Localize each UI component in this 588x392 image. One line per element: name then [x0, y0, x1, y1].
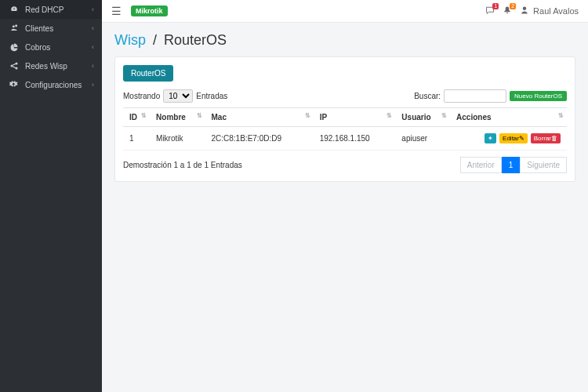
- sidebar-item-configuraciones[interactable]: Configuraciones ‹: [0, 75, 102, 94]
- col-usuario[interactable]: Usuario⇅: [395, 108, 450, 127]
- length-control: Mostrando 10 Entradas: [123, 89, 227, 103]
- col-mac[interactable]: Mac⇅: [205, 108, 314, 127]
- chevron-left-icon: ‹: [92, 81, 94, 89]
- notification-badge: 1: [492, 3, 499, 9]
- search-label: Buscar:: [414, 92, 441, 100]
- sort-icon: ⇅: [387, 113, 392, 119]
- user-menu[interactable]: Raul Avalos: [520, 5, 579, 16]
- share-icon: [8, 61, 20, 71]
- sidebar-item-red-dhcp[interactable]: Red DHCP ‹: [0, 0, 102, 19]
- cogs-icon: [8, 80, 20, 89]
- svg-point-2: [16, 67, 18, 70]
- user-icon: [520, 5, 529, 16]
- sort-icon: ⇅: [558, 113, 564, 119]
- content: Wisp / RouterOS RouterOS Mostrando 10 En…: [102, 23, 588, 191]
- breadcrumb-sep: /: [153, 32, 157, 48]
- tab-routeros[interactable]: RouterOS: [123, 65, 173, 82]
- sidebar-item-label: Red DHCP: [25, 5, 92, 14]
- col-nombre[interactable]: Nombre⇅: [150, 108, 205, 127]
- cell-id: 1: [123, 127, 150, 151]
- cell-actions: ✦ Editar✎ Borrar🗑: [450, 127, 567, 151]
- chat-icon[interactable]: 1: [485, 5, 495, 17]
- edit-button[interactable]: Editar✎: [499, 133, 528, 143]
- cell-ip: 192.168.1.150: [314, 127, 396, 151]
- sidebar-item-redes-wisp[interactable]: Redes Wisp ‹: [0, 56, 102, 75]
- card: RouterOS Mostrando 10 Entradas Buscar: N…: [114, 56, 575, 182]
- cell-mac: 2C:C8:1B:E7:0D:D9: [205, 127, 314, 151]
- chevron-left-icon: ‹: [92, 5, 94, 13]
- pager-next[interactable]: Siguiente: [520, 157, 567, 173]
- length-suffix: Entradas: [196, 92, 227, 100]
- col-ip[interactable]: IP⇅: [314, 108, 396, 127]
- new-routeros-button[interactable]: Nuevo RouterOS: [510, 91, 567, 101]
- chevron-left-icon: ‹: [92, 43, 94, 51]
- svg-point-1: [16, 63, 18, 65]
- sort-icon: ⇅: [141, 113, 147, 119]
- delete-button[interactable]: Borrar🗑: [531, 133, 561, 143]
- cell-nombre: Mikrotik: [150, 127, 205, 151]
- bell-icon[interactable]: 2: [503, 5, 512, 17]
- search-input[interactable]: [444, 89, 506, 103]
- table-row: 1 Mikrotik 2C:C8:1B:E7:0D:D9 192.168.1.1…: [123, 127, 567, 151]
- pager-page-1[interactable]: 1: [502, 157, 521, 173]
- breadcrumb: Wisp / RouterOS: [114, 32, 575, 49]
- col-id[interactable]: ID⇅: [123, 108, 150, 127]
- sidebar-item-label: Cobros: [25, 43, 92, 52]
- chevron-left-icon: ‹: [92, 24, 94, 32]
- cell-usuario: apiuser: [395, 127, 450, 151]
- pie-icon: [8, 42, 20, 52]
- chevron-left-icon: ‹: [92, 62, 94, 70]
- sidebar: Red DHCP ‹ Clientes ‹ Cobros ‹ Redes Wis…: [0, 0, 102, 392]
- sidebar-item-clientes[interactable]: Clientes ‹: [0, 19, 102, 38]
- router-badge: Mikrotik: [131, 5, 168, 16]
- user-name: Raul Avalos: [533, 6, 579, 16]
- notification-badge: 2: [510, 3, 516, 9]
- table-info: Demostración 1 a 1 de 1 Entradas: [123, 161, 242, 169]
- sidebar-item-label: Configuraciones: [25, 81, 92, 89]
- breadcrumb-current: RouterOS: [164, 32, 227, 48]
- trash-icon: 🗑: [551, 135, 557, 142]
- info-button[interactable]: ✦: [485, 133, 496, 143]
- info-icon: ✦: [488, 135, 493, 142]
- length-prefix: Mostrando: [123, 92, 160, 100]
- edit-icon: ✎: [519, 135, 524, 142]
- menu-toggle-icon[interactable]: ☰: [111, 5, 122, 17]
- length-select[interactable]: 10: [163, 89, 193, 103]
- sidebar-item-cobros[interactable]: Cobros ‹: [0, 38, 102, 56]
- pager-prev[interactable]: Anterior: [460, 157, 502, 173]
- col-acciones[interactable]: Acciones⇅: [450, 108, 567, 127]
- sort-icon: ⇅: [441, 113, 447, 119]
- main: ☰ Mikrotik 1 2 Raul Avalos Wisp: [102, 0, 588, 392]
- sidebar-item-label: Redes Wisp: [25, 62, 92, 71]
- users-icon: [8, 24, 20, 33]
- dashboard-icon: [8, 5, 20, 14]
- sidebar-item-label: Clientes: [25, 24, 92, 33]
- routeros-table: ID⇅ Nombre⇅ Mac⇅ IP⇅ Usuario⇅ Acciones⇅ …: [123, 107, 567, 151]
- pager: Anterior 1 Siguiente: [460, 157, 567, 173]
- topbar: ☰ Mikrotik 1 2 Raul Avalos: [102, 0, 588, 23]
- breadcrumb-root[interactable]: Wisp: [114, 32, 146, 48]
- sort-icon: ⇅: [305, 113, 310, 119]
- sort-icon: ⇅: [197, 113, 202, 119]
